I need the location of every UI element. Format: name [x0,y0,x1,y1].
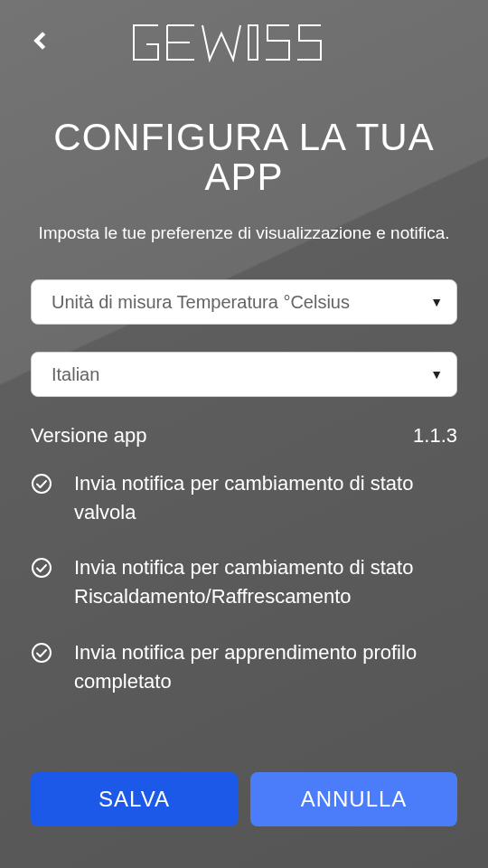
check-circle-icon [31,473,52,495]
back-button[interactable] [27,27,54,54]
svg-point-1 [33,475,51,493]
svg-point-3 [33,644,51,662]
option-notify-valve[interactable]: Invia notifica per cambiamento di stato … [31,469,457,527]
check-circle-icon [31,557,52,579]
temperature-unit-select[interactable]: Unità di misura Temperatura °Celsius [31,279,457,325]
cancel-button[interactable]: ANNULLA [250,772,457,826]
page-subtitle: Imposta le tue preferenze di visualizzaz… [31,221,457,247]
check-circle-icon [31,642,52,664]
chevron-left-icon [31,28,51,53]
version-label: Versione app [31,424,146,448]
language-select-wrap: Italian ▼ [31,352,457,397]
temperature-unit-select-wrap: Unità di misura Temperatura °Celsius ▼ [31,279,457,325]
option-label: Invia notifica per cambiamento di stato … [74,469,457,527]
version-value: 1.1.3 [413,424,457,448]
page-title: CONFIGURA LA TUA APP [31,118,457,197]
brand-logo [127,15,361,70]
option-label: Invia notifica per cambiamento di stato … [74,553,457,611]
language-select[interactable]: Italian [31,352,457,397]
svg-point-2 [33,559,51,577]
svg-rect-0 [249,25,258,60]
option-notify-profile[interactable]: Invia notifica per apprendimento profilo… [31,638,457,696]
option-notify-heatcool[interactable]: Invia notifica per cambiamento di stato … [31,553,457,611]
save-button[interactable]: SALVA [31,772,238,826]
option-label: Invia notifica per apprendimento profilo… [74,638,457,696]
